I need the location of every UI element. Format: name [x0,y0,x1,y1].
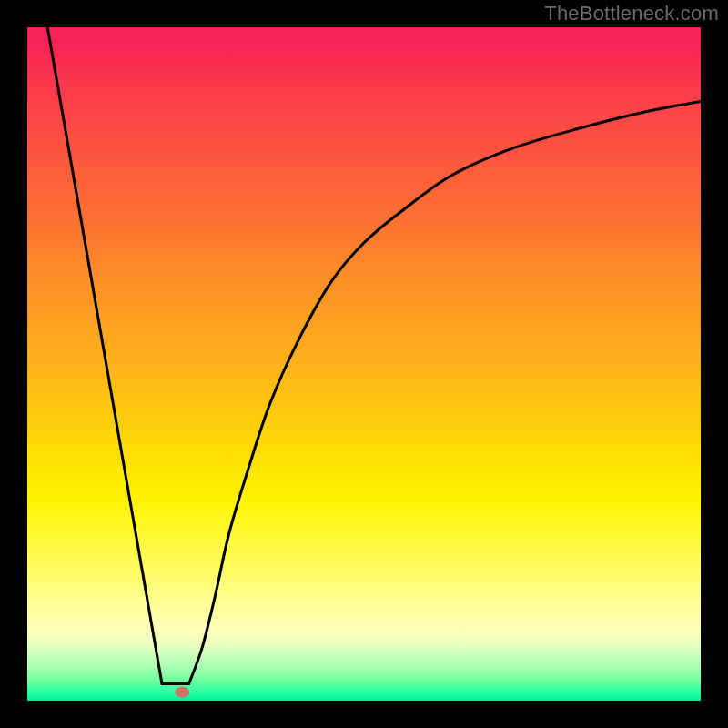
chart-frame: TheBottleneck.com [0,0,728,728]
plot-area [27,27,701,701]
watermark-text: TheBottleneck.com [544,2,719,25]
plot-svg [27,27,701,701]
curve-left-segment [47,27,162,684]
optimum-marker [175,686,189,697]
curve-right-segment [189,101,701,683]
